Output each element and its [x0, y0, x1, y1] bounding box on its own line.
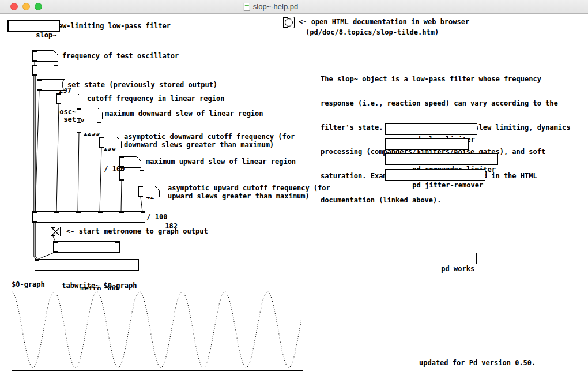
object-divide-100-a: / 100 — [77, 122, 101, 133]
comment-set-state: set state (previously stored output) — [67, 81, 217, 89]
object-divide-100-b: / 100 — [119, 170, 144, 181]
comment-up-slew: maximum upward slew of linear region — [146, 157, 296, 166]
subpatch-peak-meter[interactable]: pd peak-meter — [385, 138, 469, 150]
object-metro: metro 500 — [53, 241, 120, 253]
subpatch-jitter-remover[interactable]: pd jitter-remover — [385, 169, 485, 181]
inlet-nub — [54, 211, 59, 213]
subpatch-label: pd works — [441, 265, 474, 273]
outlet-nub — [32, 60, 37, 62]
comment-down-asymptotic-2: downward slews greater than maximum) — [124, 141, 274, 149]
object-label: tabwrite~ $0-graph — [62, 281, 137, 290]
open-html-doc-bang[interactable] — [283, 17, 295, 28]
comment-doc-link-2: (pd/doc/8.topics/slop-tilde.htm) — [306, 28, 439, 36]
comment-main-description: - slew-limiting low-pass filter — [42, 22, 171, 30]
number-box-up-slew[interactable]: 42 — [119, 156, 141, 168]
subpatch-label: pd jitter-remover — [412, 181, 483, 189]
message-box-set-state[interactable]: set 0 — [37, 79, 65, 91]
patch-file-icon — [244, 3, 250, 11]
comment-version-note: updated for Pd version 0.50. — [419, 359, 536, 367]
outlet-nub — [119, 166, 124, 168]
inlet-nub — [140, 170, 144, 171]
waveform-graph — [12, 290, 303, 371]
pd-window: slop~-help.pd — [0, 0, 588, 383]
number-box-up-asymptotic[interactable]: 182 — [138, 186, 160, 197]
object-slop-header: slop~ — [7, 20, 60, 32]
outlet-nub — [32, 74, 37, 76]
comment-test-frequency: frequency of test oscillator — [62, 52, 179, 60]
number-box-down-asymptotic[interactable]: 13 — [99, 137, 122, 148]
outlet-nub — [77, 132, 81, 133]
inlet-nub — [32, 50, 37, 52]
bang-circle-icon — [285, 18, 293, 27]
subpatch-compander-limiter[interactable]: pd compander-limiter — [385, 153, 498, 165]
inlet-nub — [54, 65, 58, 66]
inlet-nub — [283, 17, 288, 18]
outlet-nub — [37, 89, 42, 91]
inlet-nub — [32, 65, 37, 66]
outlet-nub — [119, 179, 124, 181]
outlet-nub — [283, 27, 288, 28]
comment-down-asymptotic-1: asymptotic downward cutoff frequency (fo… — [124, 133, 295, 141]
number-value: 182 — [165, 222, 178, 230]
inlet-nub — [37, 79, 42, 81]
outlet-nub — [99, 147, 104, 148]
number-box-cutoff[interactable]: 1259 — [56, 93, 82, 104]
minimize-window-button[interactable] — [22, 3, 30, 10]
description-line: The slop~ object is a low-pass filter wh… — [321, 75, 570, 83]
object-label: slop~ — [36, 31, 56, 39]
inlet-nub — [115, 241, 120, 243]
subpatch-pd-works[interactable]: pd works — [414, 253, 477, 264]
zoom-window-button[interactable] — [35, 3, 42, 10]
inlet-nub — [138, 186, 143, 187]
subpatch-slew-limiter[interactable]: pd slew-limiter — [385, 123, 477, 135]
inlet-nub — [51, 227, 55, 228]
outlet-nub — [51, 235, 55, 236]
inlet-nub — [77, 108, 81, 110]
window-title: slop~-help.pd — [253, 2, 298, 11]
inlet-nub — [98, 211, 103, 213]
comment-down-slew: maximum downward slew of linear region — [105, 110, 263, 118]
sine-waveform — [12, 290, 301, 369]
inlet-nub — [35, 259, 39, 261]
object-tabwrite: tabwrite~ $0-graph — [35, 259, 139, 271]
inlet-nub — [53, 241, 58, 243]
number-box-down-slew[interactable]: 198 — [77, 108, 103, 119]
comment-doc-link-1: <- open HTML documentation in web browse… — [299, 18, 469, 26]
patch-canvas: slop~ - slew-limiting low-pass filter <-… — [0, 14, 588, 383]
comment-up-asymptotic-1: asymptotic upward cutoff frequency (for — [168, 184, 330, 192]
outlet-nub — [32, 221, 37, 223]
object-osc: osc~ — [32, 65, 58, 76]
comment-up-asymptotic-2: upward slews greater than maximum) — [168, 192, 310, 200]
outlet-nub — [77, 118, 81, 119]
inlet-nub — [56, 93, 61, 95]
description-line: response (i.e., reaction speed) can vary… — [321, 99, 570, 107]
outlet-nub — [138, 196, 143, 197]
object-slop-main: slop~ 1000 1e+09 0 1e+09 0 — [32, 211, 145, 223]
inlet-nub — [141, 211, 145, 213]
inlet-nub — [119, 170, 124, 171]
number-box-test-frequency[interactable]: 297 — [32, 50, 58, 62]
inlet-nub — [77, 122, 81, 123]
inlet-nub — [119, 211, 124, 213]
comment-cutoff: cutoff frequency in linear region — [87, 95, 224, 103]
close-window-button[interactable] — [10, 3, 18, 10]
description-line: documentation (linked above). — [321, 196, 570, 204]
inlet-nub — [32, 211, 37, 213]
outlet-nub — [53, 251, 58, 253]
metronome-toggle[interactable] — [51, 227, 61, 236]
outlet-nub — [56, 103, 61, 104]
inlet-nub — [97, 122, 101, 123]
inlet-nub — [119, 156, 124, 158]
window-titlebar[interactable]: slop~-help.pd — [0, 0, 588, 14]
inlet-nub — [76, 211, 81, 213]
inlet-nub — [99, 137, 104, 138]
